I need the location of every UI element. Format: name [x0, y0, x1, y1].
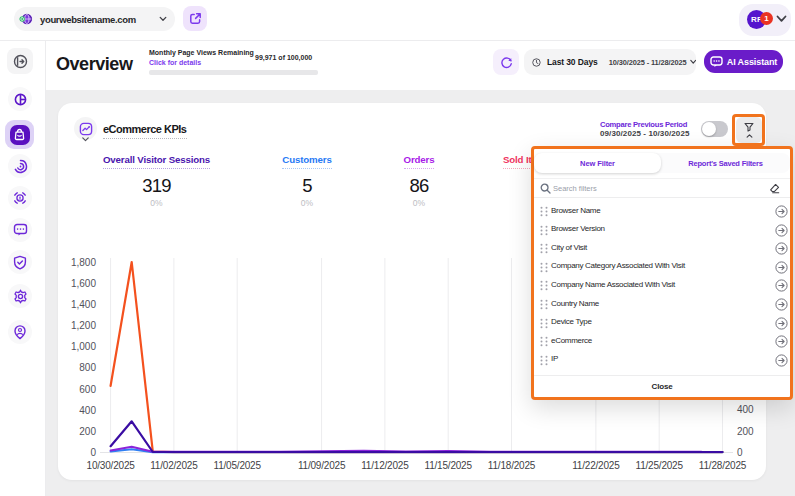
svg-text:400: 400: [737, 404, 754, 415]
svg-text:600: 600: [79, 384, 96, 395]
svg-text:1,400: 1,400: [71, 299, 96, 310]
svg-text:200: 200: [737, 426, 754, 437]
svg-text:11/15/2025: 11/15/2025: [425, 460, 473, 471]
svg-text:1,800: 1,800: [71, 257, 96, 268]
svg-text:0: 0: [737, 447, 743, 458]
svg-text:1,000: 1,000: [71, 341, 96, 352]
svg-text:11/02/2025: 11/02/2025: [150, 460, 198, 471]
svg-text:11/28/2025: 11/28/2025: [699, 460, 747, 471]
svg-text:11/05/2025: 11/05/2025: [214, 460, 262, 471]
svg-text:1,200: 1,200: [71, 320, 96, 331]
svg-text:800: 800: [79, 362, 96, 373]
svg-text:400: 400: [79, 405, 96, 416]
svg-text:1,600: 1,600: [71, 278, 96, 289]
svg-text:10/30/2025: 10/30/2025: [87, 460, 136, 471]
svg-text:11/12/2025: 11/12/2025: [361, 460, 409, 471]
svg-text:11/22/2025: 11/22/2025: [572, 460, 620, 471]
svg-text:200: 200: [79, 426, 96, 437]
svg-text:0: 0: [90, 447, 96, 458]
svg-text:11/18/2025: 11/18/2025: [488, 460, 536, 471]
svg-text:11/09/2025: 11/09/2025: [298, 460, 346, 471]
svg-text:11/25/2025: 11/25/2025: [636, 460, 684, 471]
